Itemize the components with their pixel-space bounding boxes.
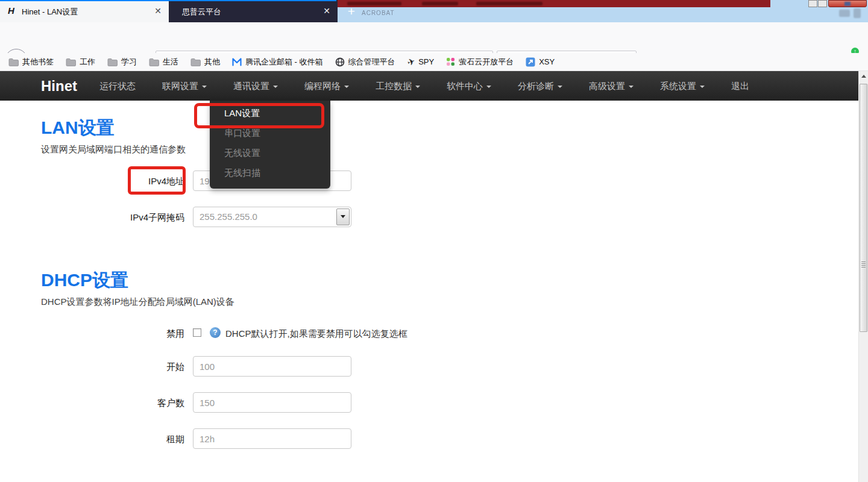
folder-icon [66,58,76,66]
nav-item-network-settings[interactable]: 联网设置 [149,71,220,101]
nav-item-comm-settings[interactable]: 通讯设置 [220,71,291,101]
maximize-button[interactable] [818,0,827,7]
bookmark-folder-life[interactable]: 生活 [149,57,178,67]
dhcp-section-title: DHCP设置 [41,268,128,293]
background-window-artifact [854,8,861,18]
folder-icon [190,58,201,66]
close-window-button[interactable] [828,0,867,7]
annotation-box-lan-settings [194,103,324,128]
nav-item-running-status[interactable]: 运行状态 [86,71,149,101]
chevron-down-icon [273,86,278,88]
bookmark-tencent-mail[interactable]: 腾讯企业邮箱 - 收件箱 [232,57,323,67]
bookmark-spy[interactable]: ✈ SPY [407,57,435,67]
dhcp-lease-label: 租期 [36,434,184,445]
bookmark-label: 其他 [204,57,220,67]
active-tab-accent-line [0,0,336,1]
bookmark-folder-misc[interactable]: 其他 [190,57,220,67]
annotation-box-ipv4-label [128,166,186,195]
bookmark-folder-work[interactable]: 工作 [66,57,95,67]
dropdown-item-wireless-settings[interactable]: 无线设置 [210,143,330,163]
bookmark-label: 学习 [121,57,137,67]
combo-dropdown-button[interactable] [336,208,350,225]
xsy-icon [526,57,535,67]
nav-item-logout[interactable]: 退出 [718,71,763,101]
ezviz-icon [446,57,455,66]
nav-label: 分析诊断 [518,81,554,91]
nav-item-analysis-diagnosis[interactable]: 分析诊断 [505,71,576,101]
dhcp-lease-input[interactable] [193,428,351,449]
tab-sipu-cloud[interactable]: 思普云平台 ✕ [169,0,338,22]
globe-icon [335,57,345,67]
page-scrollbar[interactable] [858,71,868,482]
folder-icon [149,58,159,66]
bookmark-label: XSY [539,57,555,66]
bookmark-xsy[interactable]: XSY [526,57,555,67]
nav-label: 高级设置 [589,81,625,91]
bookmark-label: 工作 [80,57,95,67]
scrollbar-grip [861,261,866,269]
nav-menu: 运行状态 联网设置 通讯设置 编程网络 工控数据 软件中心 分析诊断 高级设置 … [86,71,763,101]
lan-section-title: LAN设置 [41,116,115,140]
bookmark-label: 腾讯企业邮箱 - 收件箱 [245,57,323,67]
bookmark-ezviz[interactable]: 萤石云开放平台 [446,57,514,67]
chevron-down-icon [341,215,345,218]
folder-icon [107,58,118,66]
bookmark-mgmt-platform[interactable]: 综合管理平台 [335,57,395,67]
hinet-favicon-icon: H [8,5,19,16]
bookmark-label: SPY [418,57,434,66]
background-window-artifact [422,2,458,5]
netmask-label: IPv4子网掩码 [36,212,184,224]
page-content: LAN设置 设置网关局域网端口相关的通信参数 IPv4地址 IPv4子网掩码 2… [0,101,858,482]
nav-label: 编程网络 [304,81,341,91]
nav-label: 工控数据 [376,81,412,91]
bookmark-label: 综合管理平台 [348,57,395,67]
bookmark-label: 生活 [163,57,178,67]
new-tab-button[interactable]: + [344,4,359,19]
brand-logo[interactable]: Hinet [41,71,77,101]
nav-item-software-center[interactable]: 软件中心 [433,71,505,101]
tab-title: Hinet - LAN设置 [22,7,142,17]
tab-title: 思普云平台 [182,7,303,17]
tab-close-icon[interactable]: ✕ [154,5,162,16]
scrollbar-up-button[interactable] [859,71,868,81]
nav-label: 通讯设置 [233,81,269,91]
dhcp-clients-label: 客户数 [36,398,184,409]
bookmarks-bar: 其他书签 工作 学习 生活 其他 腾讯企业邮箱 - 收件箱 综合管理平台 ✈ S [0,53,868,71]
close-icon [844,2,851,6]
chevron-down-icon [558,86,562,88]
dhcp-disable-label: 禁用 [36,328,184,340]
chevron-down-icon [344,86,349,88]
triangle-up-icon [861,75,866,78]
nav-label: 退出 [731,81,749,91]
plane-icon: ✈ [406,55,417,68]
dhcp-disable-checkbox[interactable] [193,328,201,337]
dhcp-disable-hint: DHCP默认打开,如果需要禁用可以勾选复选框 [225,328,407,340]
tab-hinet-lan[interactable]: H Hinet - LAN设置 ✕ [0,0,169,22]
chevron-down-icon [629,86,634,88]
lan-section-subtitle: 设置网关局域网端口相关的通信参数 [41,144,186,155]
bookmark-folder-study[interactable]: 学习 [107,57,137,67]
nav-item-programming-network[interactable]: 编程网络 [291,71,362,101]
background-window-label: ACROBAT [362,10,395,16]
nav-item-advanced-settings[interactable]: 高级设置 [576,71,647,101]
nav-item-industrial-data[interactable]: 工控数据 [362,71,433,101]
tab-close-icon[interactable]: ✕ [323,5,330,16]
dhcp-clients-input[interactable] [193,392,351,413]
netmask-combobox[interactable]: 255.255.255.0 [193,207,351,227]
nav-label: 系统设置 [660,81,696,91]
chevron-down-icon [202,86,207,88]
chevron-down-icon [415,86,420,88]
minimize-button[interactable] [808,0,817,7]
browser-toolbar: ← → ↻ ⌂ 192.168.9.99/cgi-bin/luci/;stok=… [0,22,868,53]
netmask-value: 255.255.255.0 [200,211,257,222]
nav-item-system-settings[interactable]: 系统设置 [647,71,718,101]
bookmark-folder-other-bookmarks[interactable]: 其他书签 [8,57,54,67]
dropdown-item-wireless-scan[interactable]: 无线扫描 [210,163,330,183]
site-navbar: Hinet 运行状态 联网设置 通讯设置 编程网络 工控数据 软件中心 分析诊断… [0,71,858,101]
help-icon: ? [210,327,221,338]
dhcp-section-subtitle: DHCP设置参数将IP地址分配给局域网(LAN)设备 [41,296,234,308]
scrollbar-thumb[interactable] [860,84,867,332]
dhcp-start-label: 开始 [36,362,184,373]
dhcp-start-input[interactable] [193,356,351,377]
bookmark-label: 其他书签 [22,57,54,67]
